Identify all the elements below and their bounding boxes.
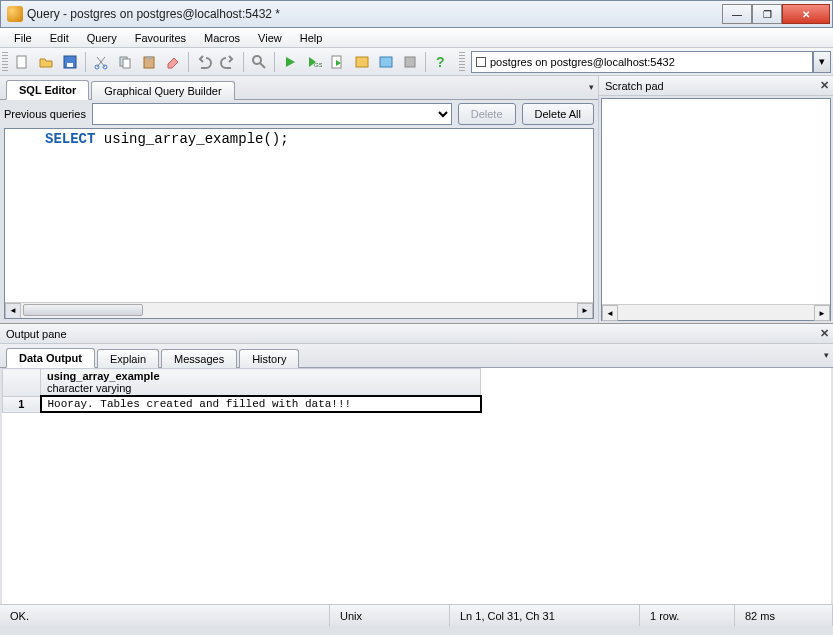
editor-gutter xyxy=(5,129,45,318)
sql-code[interactable]: SELECT using_array_example(); xyxy=(45,129,593,318)
execute-file-icon[interactable] xyxy=(327,51,349,73)
svg-rect-0 xyxy=(17,56,26,68)
connection-label: postgres on postgres@localhost:5432 xyxy=(490,56,675,68)
svg-rect-8 xyxy=(146,56,152,59)
menu-edit[interactable]: Edit xyxy=(42,30,77,46)
toolbar-grip-2[interactable] xyxy=(459,52,465,72)
status-time: 82 ms xyxy=(735,605,833,626)
editor-hscrollbar[interactable]: ◄ ► xyxy=(5,302,593,318)
menu-favourites[interactable]: Favourites xyxy=(127,30,194,46)
row-number[interactable]: 1 xyxy=(3,396,41,412)
results-grid[interactable]: using_array_example character varying 1 … xyxy=(2,368,831,604)
scratch-pad-title: Scratch pad xyxy=(605,80,664,92)
tab-graphical-query-builder[interactable]: Graphical Query Builder xyxy=(91,81,234,100)
svg-rect-2 xyxy=(67,63,73,67)
previous-queries-bar: Previous queries Delete Delete All xyxy=(0,100,598,128)
menu-query[interactable]: Query xyxy=(79,30,125,46)
status-position: Ln 1, Col 31, Ch 31 xyxy=(450,605,640,626)
app-icon xyxy=(7,6,23,22)
maximize-button[interactable]: ❐ xyxy=(752,4,782,24)
connection-color-icon xyxy=(476,57,486,67)
cancel-icon[interactable] xyxy=(399,51,421,73)
clear-icon[interactable] xyxy=(162,51,184,73)
svg-point-9 xyxy=(253,56,261,64)
paste-icon[interactable] xyxy=(138,51,160,73)
svg-rect-12 xyxy=(356,57,368,67)
sql-editor[interactable]: SELECT using_array_example(); ◄ ► xyxy=(4,128,594,319)
tab-messages[interactable]: Messages xyxy=(161,349,237,368)
cut-icon[interactable] xyxy=(90,51,112,73)
explain-icon[interactable] xyxy=(351,51,373,73)
scratch-pad[interactable]: ◄► xyxy=(601,98,831,321)
output-pane-title: Output pane xyxy=(6,328,67,340)
previous-queries-label: Previous queries xyxy=(4,108,86,120)
menu-view[interactable]: View xyxy=(250,30,290,46)
status-encoding: Unix xyxy=(330,605,450,626)
tabstrip-menu-icon[interactable]: ▾ xyxy=(589,82,594,92)
open-icon[interactable] xyxy=(35,51,57,73)
menu-macros[interactable]: Macros xyxy=(196,30,248,46)
status-message: OK. xyxy=(0,605,330,626)
save-icon[interactable] xyxy=(59,51,81,73)
output-tabstrip: Data Output Explain Messages History ▾ xyxy=(0,344,833,368)
status-rowcount: 1 row. xyxy=(640,605,735,626)
scroll-left-icon[interactable]: ◄ xyxy=(5,303,21,319)
window-titlebar: Query - postgres on postgres@localhost:5… xyxy=(0,0,833,28)
execute-pgscript-icon[interactable]: GS xyxy=(303,51,325,73)
column-header[interactable]: using_array_example character varying xyxy=(41,369,481,397)
explain-analyze-icon[interactable] xyxy=(375,51,397,73)
find-icon[interactable] xyxy=(248,51,270,73)
svg-rect-14 xyxy=(405,57,415,67)
scroll-thumb[interactable] xyxy=(23,304,143,316)
output-tabstrip-menu-icon[interactable]: ▾ xyxy=(824,350,829,360)
toolbar-grip[interactable] xyxy=(2,52,8,72)
delete-all-button[interactable]: Delete All xyxy=(522,103,594,125)
tab-history[interactable]: History xyxy=(239,349,299,368)
new-icon[interactable] xyxy=(11,51,33,73)
svg-text:GS: GS xyxy=(314,62,322,68)
help-icon[interactable]: ? xyxy=(430,51,452,73)
window-title: Query - postgres on postgres@localhost:5… xyxy=(27,7,722,21)
undo-icon[interactable] xyxy=(193,51,215,73)
editor-tabstrip: SQL Editor Graphical Query Builder ▾ xyxy=(0,76,598,100)
scroll-right-icon[interactable]: ► xyxy=(577,303,593,319)
svg-text:?: ? xyxy=(436,54,445,70)
cell-value[interactable]: Hooray. Tables created and filled with d… xyxy=(41,396,481,412)
scratch-close-icon[interactable]: ✕ xyxy=(820,79,829,92)
tab-sql-editor[interactable]: SQL Editor xyxy=(6,80,89,100)
previous-queries-select[interactable] xyxy=(92,103,452,125)
table-row[interactable]: 1 Hooray. Tables created and filled with… xyxy=(3,396,481,412)
svg-rect-13 xyxy=(380,57,392,67)
output-close-icon[interactable]: ✕ xyxy=(820,327,829,340)
delete-query-button[interactable]: Delete xyxy=(458,103,516,125)
row-header-blank[interactable] xyxy=(3,369,41,397)
column-name: using_array_example xyxy=(47,370,474,382)
column-type: character varying xyxy=(47,382,474,394)
minimize-button[interactable]: — xyxy=(722,4,752,24)
redo-icon[interactable] xyxy=(217,51,239,73)
menubar: File Edit Query Favourites Macros View H… xyxy=(0,28,833,48)
close-button[interactable]: ✕ xyxy=(782,4,830,24)
copy-icon[interactable] xyxy=(114,51,136,73)
menu-file[interactable]: File xyxy=(6,30,40,46)
connection-dropdown-arrow[interactable]: ▾ xyxy=(813,51,831,73)
connection-select[interactable]: postgres on postgres@localhost:5432 xyxy=(471,51,813,73)
execute-icon[interactable] xyxy=(279,51,301,73)
scratch-pad-header: Scratch pad ✕ xyxy=(599,76,833,96)
tab-explain[interactable]: Explain xyxy=(97,349,159,368)
tab-data-output[interactable]: Data Output xyxy=(6,348,95,368)
svg-rect-6 xyxy=(123,59,130,68)
statusbar: OK. Unix Ln 1, Col 31, Ch 31 1 row. 82 m… xyxy=(0,604,833,626)
menu-help[interactable]: Help xyxy=(292,30,331,46)
toolbar: GS ? postgres on postgres@localhost:5432… xyxy=(0,48,833,76)
output-pane-header: Output pane ✕ xyxy=(0,324,833,344)
